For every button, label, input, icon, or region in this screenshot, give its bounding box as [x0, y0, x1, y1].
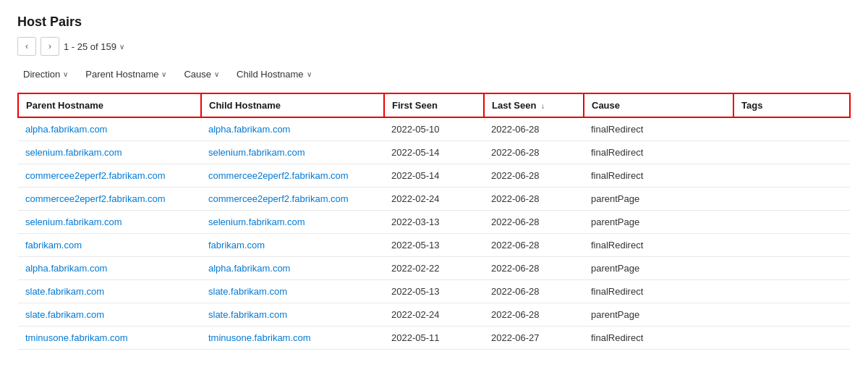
filter-cause-label: Cause — [184, 69, 211, 80]
parent-hostname-cell[interactable]: slate.fabrikam.com — [18, 303, 201, 327]
col-header-last-seen[interactable]: Last Seen ↓ — [484, 93, 584, 117]
filter-child-hostname-label: Child Hostname — [237, 69, 304, 80]
tags-cell — [733, 141, 850, 164]
parent-hostname-cell[interactable]: commercee2eperf2.fabrikam.com — [18, 164, 201, 188]
parent-hostname-cell[interactable]: alpha.fabrikam.com — [18, 257, 201, 280]
last-seen-cell: 2022-06-28 — [484, 280, 584, 303]
last-seen-cell: 2022-06-28 — [484, 141, 584, 164]
cause-cell: finalRedirect — [584, 280, 733, 303]
last-seen-cell: 2022-06-28 — [484, 234, 584, 257]
first-seen-cell: 2022-02-24 — [384, 303, 484, 327]
cause-cell: finalRedirect — [584, 164, 733, 188]
filter-direction-button[interactable]: Direction ∨ — [17, 66, 74, 83]
cause-cell: finalRedirect — [584, 234, 733, 257]
first-seen-cell: 2022-03-13 — [384, 211, 484, 234]
first-seen-cell: 2022-05-14 — [384, 141, 484, 164]
tags-cell — [733, 188, 850, 211]
first-seen-cell: 2022-05-13 — [384, 280, 484, 303]
table-row: slate.fabrikam.comslate.fabrikam.com2022… — [18, 303, 850, 327]
table-row: alpha.fabrikam.comalpha.fabrikam.com2022… — [18, 117, 850, 141]
first-seen-cell: 2022-02-24 — [384, 188, 484, 211]
tags-cell — [733, 234, 850, 257]
child-hostname-cell[interactable]: slate.fabrikam.com — [201, 303, 384, 327]
last-seen-cell: 2022-06-27 — [484, 327, 584, 350]
tags-cell — [733, 117, 850, 141]
col-header-parent-hostname[interactable]: Parent Hostname — [18, 93, 201, 117]
last-seen-cell: 2022-06-28 — [484, 211, 584, 234]
child-hostname-cell[interactable]: commercee2eperf2.fabrikam.com — [201, 188, 384, 211]
page-info: 1 - 25 of 159 ∨ — [64, 41, 124, 52]
last-seen-cell: 2022-06-28 — [484, 257, 584, 280]
tags-cell — [733, 257, 850, 280]
col-header-first-seen[interactable]: First Seen — [384, 93, 484, 117]
parent-hostname-cell[interactable]: fabrikam.com — [18, 234, 201, 257]
child-hostname-cell[interactable]: fabrikam.com — [201, 234, 384, 257]
filter-parent-hostname-button[interactable]: Parent Hostname ∨ — [80, 66, 172, 83]
child-hostname-cell[interactable]: commercee2eperf2.fabrikam.com — [201, 164, 384, 188]
child-hostname-cell[interactable]: selenium.fabrikam.com — [201, 141, 384, 164]
last-seen-cell: 2022-06-28 — [484, 303, 584, 327]
child-hostname-cell[interactable]: selenium.fabrikam.com — [201, 211, 384, 234]
table-row: fabrikam.comfabrikam.com2022-05-132022-0… — [18, 234, 850, 257]
table-body: alpha.fabrikam.comalpha.fabrikam.com2022… — [18, 117, 850, 350]
table-row: selenium.fabrikam.comselenium.fabrikam.c… — [18, 141, 850, 164]
last-seen-cell: 2022-06-28 — [484, 188, 584, 211]
col-header-tags[interactable]: Tags — [733, 93, 850, 117]
parent-hostname-cell[interactable]: selenium.fabrikam.com — [18, 141, 201, 164]
filter-child-hostname-chevron-icon: ∨ — [307, 70, 312, 78]
col-header-child-hostname[interactable]: Child Hostname — [201, 93, 384, 117]
filter-cause-button[interactable]: Cause ∨ — [178, 66, 225, 83]
page-range: 1 - 25 of 159 — [64, 41, 116, 52]
filter-parent-hostname-label: Parent Hostname — [85, 69, 158, 80]
parent-hostname-cell[interactable]: selenium.fabrikam.com — [18, 211, 201, 234]
pagination-row: ‹ › 1 - 25 of 159 ∨ — [17, 37, 851, 56]
filter-child-hostname-button[interactable]: Child Hostname ∨ — [231, 66, 318, 83]
parent-hostname-cell[interactable]: alpha.fabrikam.com — [18, 117, 201, 141]
filter-row: Direction ∨ Parent Hostname ∨ Cause ∨ Ch… — [17, 66, 851, 83]
last-seen-cell: 2022-06-28 — [484, 164, 584, 188]
table-row: selenium.fabrikam.comselenium.fabrikam.c… — [18, 211, 850, 234]
last-seen-sort-icon: ↓ — [541, 102, 545, 110]
table-row: alpha.fabrikam.comalpha.fabrikam.com2022… — [18, 257, 850, 280]
tags-cell — [733, 211, 850, 234]
cause-cell: parentPage — [584, 257, 733, 280]
filter-cause-chevron-icon: ∨ — [214, 70, 219, 78]
tags-cell — [733, 280, 850, 303]
host-pairs-table: Parent Hostname Child Hostname First See… — [17, 93, 851, 350]
cause-cell: parentPage — [584, 188, 733, 211]
last-seen-cell: 2022-06-28 — [484, 117, 584, 141]
col-header-cause[interactable]: Cause — [584, 93, 733, 117]
table-row: slate.fabrikam.comslate.fabrikam.com2022… — [18, 280, 850, 303]
parent-hostname-cell[interactable]: tminusone.fabrikam.com — [18, 327, 201, 350]
parent-hostname-cell[interactable]: slate.fabrikam.com — [18, 280, 201, 303]
next-page-button[interactable]: › — [41, 37, 59, 56]
filter-direction-chevron-icon: ∨ — [63, 70, 68, 78]
first-seen-cell: 2022-05-11 — [384, 327, 484, 350]
child-hostname-cell[interactable]: slate.fabrikam.com — [201, 280, 384, 303]
cause-cell: parentPage — [584, 303, 733, 327]
table-row: commercee2eperf2.fabrikam.comcommercee2e… — [18, 188, 850, 211]
first-seen-cell: 2022-05-10 — [384, 117, 484, 141]
tags-cell — [733, 303, 850, 327]
table-header-row: Parent Hostname Child Hostname First See… — [18, 93, 850, 117]
table-row: commercee2eperf2.fabrikam.comcommercee2e… — [18, 164, 850, 188]
prev-page-button[interactable]: ‹ — [17, 37, 36, 56]
child-hostname-cell[interactable]: alpha.fabrikam.com — [201, 117, 384, 141]
child-hostname-cell[interactable]: tminusone.fabrikam.com — [201, 327, 384, 350]
filter-direction-label: Direction — [23, 69, 60, 80]
page-title: Host Pairs — [17, 14, 851, 30]
cause-cell: parentPage — [584, 211, 733, 234]
child-hostname-cell[interactable]: alpha.fabrikam.com — [201, 257, 384, 280]
first-seen-cell: 2022-05-14 — [384, 164, 484, 188]
table-row: tminusone.fabrikam.comtminusone.fabrikam… — [18, 327, 850, 350]
tags-cell — [733, 164, 850, 188]
cause-cell: finalRedirect — [584, 327, 733, 350]
page-chevron-icon[interactable]: ∨ — [119, 43, 124, 51]
first-seen-cell: 2022-05-13 — [384, 234, 484, 257]
first-seen-cell: 2022-02-22 — [384, 257, 484, 280]
filter-parent-hostname-chevron-icon: ∨ — [161, 70, 166, 78]
tags-cell — [733, 327, 850, 350]
cause-cell: finalRedirect — [584, 117, 733, 141]
parent-hostname-cell[interactable]: commercee2eperf2.fabrikam.com — [18, 188, 201, 211]
cause-cell: finalRedirect — [584, 141, 733, 164]
